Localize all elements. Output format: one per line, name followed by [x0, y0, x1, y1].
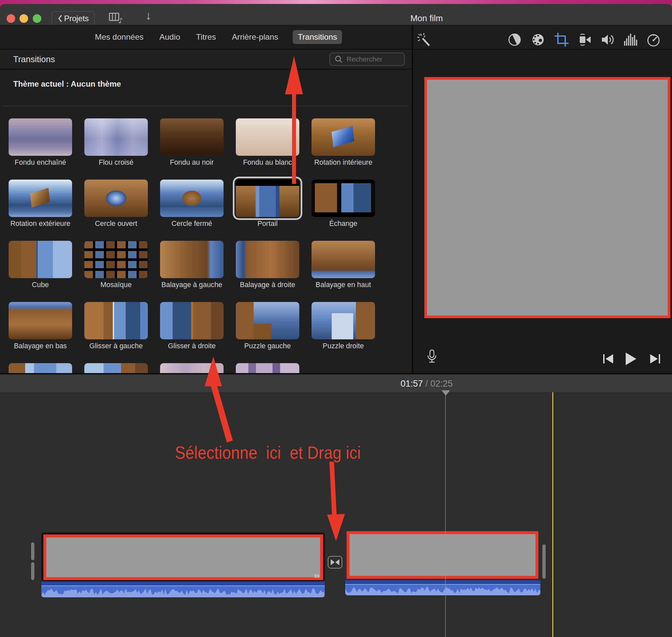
transition-thumbnail[interactable]: [84, 363, 148, 373]
transition-label: Glisser à gauche: [78, 342, 154, 350]
transition-partial-3[interactable]: [160, 363, 223, 373]
transition-thumbnail[interactable]: [8, 241, 72, 278]
timeline[interactable]: 33: [0, 392, 672, 637]
transition-rotation-exterieure[interactable]: Rotation extérieure: [8, 180, 72, 229]
transition-puzzle-droite[interactable]: Puzzle droite: [311, 302, 375, 351]
crop-icon[interactable]: [553, 32, 569, 48]
transition-glisser-gauche[interactable]: Glisser à gauche: [84, 302, 148, 351]
tutorial-text: Sélectionne ici et Drag ici: [175, 442, 361, 463]
offscreen-clip-edge[interactable]: [542, 544, 546, 579]
playhead-line: [445, 392, 446, 637]
skip-forward-icon[interactable]: [649, 353, 662, 364]
transition-partial-4[interactable]: [236, 363, 299, 373]
transition-thumbnail[interactable]: [236, 241, 299, 278]
transition-thumbnail[interactable]: [8, 363, 72, 373]
transition-thumbnail[interactable]: [84, 302, 148, 339]
volume-icon[interactable]: [600, 32, 616, 48]
transition-puzzle-gauche[interactable]: Puzzle gauche: [236, 302, 299, 351]
playhead-marker[interactable]: [441, 390, 450, 396]
clip-1-annotation-rect: [43, 534, 323, 580]
close-button[interactable]: [6, 14, 15, 23]
transition-rotation-interieure[interactable]: Rotation intérieure: [311, 119, 375, 168]
transition-label: Cube: [3, 281, 78, 289]
transition-thumbnail[interactable]: [160, 302, 223, 339]
transition-thumbnail[interactable]: [236, 302, 299, 339]
noise-equalizer-icon[interactable]: [622, 32, 638, 48]
offscreen-clip-edge[interactable]: [31, 562, 34, 580]
transition-thumbnail[interactable]: [311, 302, 375, 339]
separator: [3, 106, 409, 106]
transition-thumbnail[interactable]: [311, 180, 375, 217]
transition-thumbnail[interactable]: [8, 119, 72, 156]
transition-thumbnail[interactable]: [160, 180, 223, 217]
offscreen-clip-edge[interactable]: [31, 542, 34, 560]
transition-thumbnail[interactable]: [160, 241, 223, 278]
transition-echange[interactable]: Échange: [311, 180, 375, 229]
viewer-pane: [413, 50, 672, 373]
svg-text:♪: ♪: [119, 17, 123, 24]
transition-flou-croise[interactable]: Flou croisé: [84, 119, 148, 168]
transition-thumbnail[interactable]: [84, 180, 148, 217]
magic-wand-icon[interactable]: [416, 32, 432, 48]
transition-fondu-noir[interactable]: Fondu au noir: [160, 119, 223, 168]
transition-cube[interactable]: Cube: [8, 241, 72, 290]
transition-mosaique[interactable]: Mosaïque: [84, 241, 148, 290]
audio-waveform-1[interactable]: [41, 581, 325, 597]
transition-thumbnail[interactable]: [311, 119, 375, 156]
transition-thumbnail[interactable]: [8, 302, 72, 339]
projects-back-button[interactable]: Projets: [52, 11, 95, 26]
skip-back-icon[interactable]: [602, 353, 615, 364]
download-arrow-icon[interactable]: ↓: [146, 8, 151, 22]
transition-cercle-ouvert[interactable]: Cercle ouvert: [84, 180, 148, 229]
transition-label: Cercle fermé: [154, 220, 230, 228]
audio-waveform-2[interactable]: [345, 580, 540, 595]
transition-thumbnail[interactable]: [160, 119, 223, 156]
transition-thumbnail[interactable]: [8, 180, 72, 217]
transition-cercle-ferme[interactable]: Cercle fermé: [160, 180, 223, 229]
transition-balayage-droite[interactable]: Balayage à droite: [236, 241, 299, 290]
media-library-icon[interactable]: ♪: [108, 11, 124, 24]
play-icon[interactable]: [623, 351, 638, 366]
transition-drop-icon[interactable]: [328, 556, 342, 568]
transition-thumbnail[interactable]: [84, 241, 148, 278]
microphone-icon[interactable]: [424, 349, 439, 364]
transition-partial-2[interactable]: [84, 363, 148, 373]
color-correction-icon[interactable]: [530, 32, 546, 48]
transition-glisser-droite[interactable]: Glisser à droite: [160, 302, 223, 351]
transition-thumbnail[interactable]: [236, 119, 299, 156]
tab-transitions[interactable]: Transitions: [293, 30, 342, 44]
transition-label: Portail: [230, 220, 305, 228]
transition-fondu-blanc[interactable]: Fondu au blanc: [236, 119, 299, 168]
transition-fondu-enchaine[interactable]: Fondu enchaîné: [8, 119, 72, 168]
timecode-bar: 01:57 / 02:25: [0, 375, 672, 392]
stabilization-icon[interactable]: [577, 32, 593, 48]
transition-thumbnail[interactable]: [236, 363, 299, 373]
transition-label: Puzzle gauche: [230, 342, 305, 350]
tab-titres[interactable]: Titres: [195, 30, 217, 44]
tab-mes-donn-es[interactable]: Mes données: [94, 30, 145, 44]
transition-label: Rotation extérieure: [3, 220, 78, 228]
speed-icon[interactable]: [646, 32, 661, 48]
transition-balayage-gauche[interactable]: Balayage à gauche: [160, 241, 223, 290]
transition-balayage-bas[interactable]: Balayage en bas: [8, 302, 72, 351]
transition-thumbnail[interactable]: [160, 363, 223, 373]
tab-arri-re-plans[interactable]: Arrière-plans: [231, 30, 279, 44]
transition-partial-1[interactable]: [8, 363, 72, 373]
search-input[interactable]: [346, 55, 400, 63]
minimize-button[interactable]: [19, 14, 28, 23]
transition-portail[interactable]: Portail: [236, 180, 299, 229]
search-box[interactable]: [329, 53, 405, 66]
transition-thumbnail[interactable]: [236, 180, 299, 217]
color-balance-icon[interactable]: [507, 32, 523, 48]
transition-thumbnail[interactable]: [84, 119, 148, 156]
current-time: 01:57: [400, 379, 423, 388]
tab-audio[interactable]: Audio: [158, 30, 182, 44]
zoom-button[interactable]: [33, 14, 41, 23]
transition-thumbnail[interactable]: [311, 241, 375, 278]
media-tabs: Mes donnéesAudioTitresArrière-plansTrans…: [94, 25, 342, 49]
panel-title: Transitions: [13, 54, 55, 65]
transition-balayage-haut[interactable]: Balayage en haut: [311, 241, 375, 290]
clip-info-icon[interactable]: [664, 32, 672, 48]
transition-label: Échange: [306, 220, 381, 228]
transition-label: Fondu au blanc: [230, 159, 305, 167]
